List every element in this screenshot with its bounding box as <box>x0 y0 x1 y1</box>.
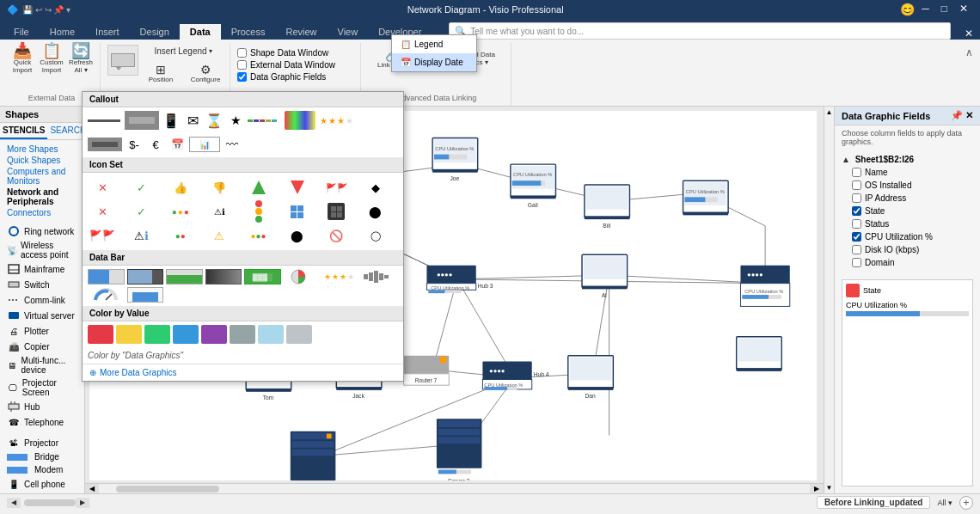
shape-ring-network[interactable]: Ring network <box>3 223 81 239</box>
callout-phone[interactable]: 📱 <box>162 111 181 130</box>
quick-import-btn[interactable]: 📥 QuickImport <box>9 45 36 72</box>
icon-circle-x[interactable]: ✕ <box>88 200 117 223</box>
callout-chart[interactable]: 📊 <box>189 137 220 152</box>
field-name[interactable]: Name <box>838 166 977 179</box>
display-date-option[interactable]: 📅 Display Date <box>392 53 476 71</box>
field-status[interactable]: Status <box>838 217 977 230</box>
h-scrollbar[interactable]: ◀ ▶ <box>85 483 824 493</box>
databar-stars[interactable]: ★ ★ ★ ★ <box>322 269 359 285</box>
icon-thumbdown[interactable]: 👎 <box>205 176 234 199</box>
connectors-link[interactable]: Connectors <box>3 207 81 218</box>
icon-flag-set[interactable]: 🚩🚩 <box>322 176 351 199</box>
tab-search[interactable]: SEARCH <box>47 123 85 139</box>
icon-circle-check[interactable]: ✓ <box>126 200 156 223</box>
icon-x[interactable]: ✕ <box>88 176 117 199</box>
icon-circles[interactable]: ●●● <box>166 200 195 223</box>
tab-review[interactable]: Review <box>275 24 327 40</box>
scroll-left-arrow[interactable]: ◀ <box>85 484 99 494</box>
shape-virtual-server[interactable]: Virtual server <box>3 308 81 323</box>
tab-design[interactable]: Design <box>130 24 180 40</box>
icon-warning-yellow[interactable]: ⚠ <box>205 224 234 247</box>
tab-insert[interactable]: Insert <box>85 24 130 40</box>
data-graphic-fields-checkbox[interactable]: Data Graphic Fields <box>237 72 335 82</box>
v-scrollbar[interactable]: ▲ ▼ <box>824 107 834 493</box>
icon-diamond[interactable]: ◆ <box>361 176 390 199</box>
icon-dark-circle[interactable]: ⬤ <box>283 224 312 247</box>
cbv-yellow[interactable] <box>116 325 142 344</box>
status-all-btn[interactable]: All ▾ <box>937 499 952 507</box>
field-name-checkbox[interactable] <box>852 168 861 177</box>
cbv-purple[interactable] <box>201 325 227 344</box>
external-data-window-input[interactable] <box>237 60 247 70</box>
node-far-right[interactable]: CPU Utilization % <box>683 181 729 215</box>
callout-star[interactable]: ★ <box>226 111 245 130</box>
right-panel-close-icon[interactable]: ✕ <box>965 110 973 121</box>
field-disk-io[interactable]: Disk IO (kbps) <box>838 243 977 256</box>
scroll-down-arrow[interactable]: ▼ <box>824 482 834 493</box>
tab-view[interactable]: View <box>328 24 369 40</box>
callout-bar[interactable] <box>125 111 159 130</box>
h-scroll-thumb[interactable] <box>116 486 219 493</box>
callout-mail[interactable]: ✉ <box>183 111 202 130</box>
field-os-checkbox[interactable] <box>852 181 861 190</box>
databar-5[interactable]: ▓▓▓░ <box>244 269 281 285</box>
icon-warning-set[interactable]: ⚠ℹ <box>205 200 234 223</box>
shape-comm-link[interactable]: Comm-link <box>3 292 81 308</box>
callout-line2[interactable] <box>248 111 282 130</box>
shape-mainframe[interactable]: Mainframe <box>3 261 81 277</box>
bottom-scrollbar[interactable]: ◀ ▶ <box>7 498 810 508</box>
databar-4[interactable] <box>205 269 242 285</box>
databar-2[interactable] <box>127 269 164 285</box>
quick-shapes-link[interactable]: Quick Shapes <box>3 155 81 166</box>
shape-data-window-input[interactable] <box>237 48 247 58</box>
callout-stars[interactable]: ★ ★ ★ ★ <box>318 114 355 127</box>
callout-euro[interactable]: € <box>146 135 165 154</box>
configure-btn[interactable]: ⚙ Configure <box>187 59 224 87</box>
cbv-blue[interactable] <box>173 325 199 344</box>
tree-root-node[interactable]: ▲ Sheet1$B2:I26 <box>838 153 977 166</box>
callout-wave[interactable]: 〰 <box>223 135 242 154</box>
shape-telephone[interactable]: ☎ Telephone <box>3 414 81 430</box>
scroll-right-arrow[interactable]: ▶ <box>810 484 824 494</box>
callout-gradient[interactable] <box>285 111 315 130</box>
shape-multi-func[interactable]: 🖥 Multi-func... device <box>3 354 81 376</box>
cbv-silver[interactable] <box>286 325 312 344</box>
field-ip-checkbox[interactable] <box>852 193 861 203</box>
field-status-checkbox[interactable] <box>852 219 861 229</box>
shape-copier[interactable]: 📠 Copier <box>3 339 81 354</box>
maximize-btn[interactable]: □ <box>936 3 952 16</box>
cbv-red[interactable] <box>88 325 113 344</box>
field-domain-checkbox[interactable] <box>852 258 861 267</box>
bottom-scroll-thumb[interactable] <box>24 499 76 506</box>
external-data-window-checkbox[interactable]: External Data Window <box>237 60 335 70</box>
icon-thumbup[interactable]: 👍 <box>166 176 195 199</box>
refresh-all-btn[interactable]: 🔄 RefreshAll ▾ <box>67 45 95 72</box>
icon-check[interactable]: ✓ <box>126 176 156 199</box>
databar-gear[interactable] <box>362 269 399 285</box>
shape-plotter[interactable]: 🖨 Plotter <box>3 323 81 339</box>
scroll-up-arrow[interactable]: ▲ <box>824 107 834 118</box>
shape-projector[interactable]: 📽 Projector <box>3 435 81 450</box>
bottom-scroll-left[interactable]: ◀ <box>7 498 21 508</box>
field-os-installed[interactable]: OS Installed <box>838 179 977 192</box>
node-far-server[interactable] <box>737 337 782 371</box>
shape-wireless-access-point[interactable]: 📡 Wireless access point <box>3 239 81 261</box>
icon-empty-circle[interactable]: ◯ <box>361 224 390 247</box>
field-domain[interactable]: Domain <box>838 256 977 269</box>
tab-file[interactable]: File <box>3 24 40 40</box>
node-big-hub[interactable]: ●●●● CPU Utilization % <box>740 266 789 307</box>
more-data-graphics-link[interactable]: ⊕ More Data Graphics <box>83 364 403 381</box>
legend-option[interactable]: 📋 Legend <box>392 35 476 53</box>
icon-circles-2[interactable]: ● ● <box>166 224 195 247</box>
tab-home[interactable]: Home <box>40 24 85 40</box>
cbv-gray[interactable] <box>230 325 255 344</box>
more-shapes-link[interactable]: More Shapes <box>3 144 81 155</box>
add-page-btn[interactable]: + <box>959 496 973 510</box>
network-peripherals-link[interactable]: Network and Peripherals <box>3 187 81 207</box>
ribbon-search[interactable]: 🔍 Tell me what you want to do... <box>449 22 951 40</box>
quick-access[interactable]: 💾 ↩ ↪ 📌 ▾ <box>22 5 70 15</box>
icon-arrows[interactable] <box>244 176 273 199</box>
field-cpu-util[interactable]: CPU Utilization % <box>838 230 977 243</box>
close-btn[interactable]: ✕ <box>954 3 973 16</box>
tab-process[interactable]: Process <box>221 24 276 40</box>
